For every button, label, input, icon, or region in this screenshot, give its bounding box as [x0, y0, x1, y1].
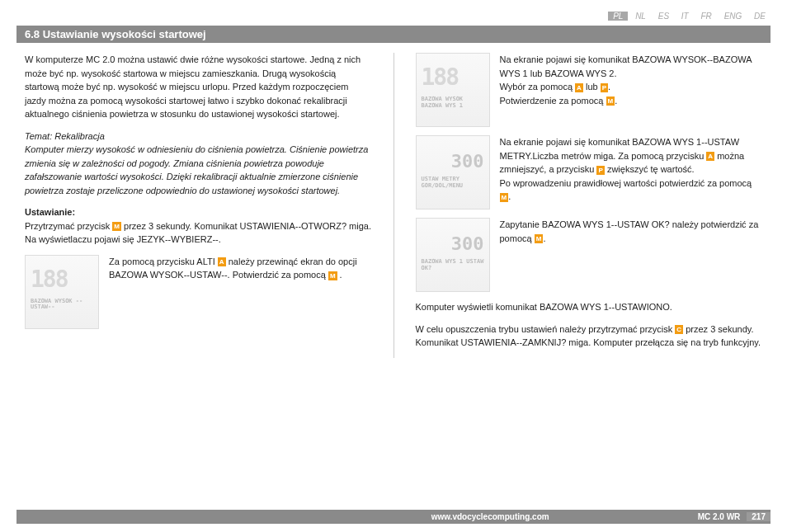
lang-pl[interactable]: PL	[608, 12, 628, 21]
intro-para: W komputerze MC 2.0 można ustawić dwie r…	[25, 53, 372, 121]
r1a: Na ekranie pojawi się komunikat BAZOWA W…	[500, 54, 752, 78]
r1c: lub	[583, 82, 601, 92]
a-button-icon: A	[575, 83, 583, 92]
step-row-r2: 300USTAW METRY GOR/DOL/MENU Na ekranie p…	[416, 135, 763, 210]
c-button-icon: C	[675, 325, 683, 334]
thumbr2-num: 300	[422, 148, 484, 175]
thumbr1-label: BAZOWA WYSOK BAZOWA WYS 1	[422, 97, 484, 109]
thumb1-label: BAZOWA WYSOK --USTAW--	[31, 299, 93, 311]
p-button-icon: P	[596, 166, 604, 175]
t4a: Za pomocą przycisku ALTI	[109, 257, 218, 266]
lang-es[interactable]: ES	[653, 12, 674, 21]
recal-para: Temat: Rekalibracja Komputer mierzy wyso…	[25, 129, 372, 198]
screen-thumb-1: 188BAZOWA WYSOK --USTAW--	[25, 255, 99, 329]
language-selector: PL NL ES IT FR ENG DE	[16, 8, 771, 24]
p5a: W celu opuszczenia trybu ustawień należy…	[416, 324, 676, 334]
right-column: 188BAZOWA WYSOK BAZOWA WYS 1 Na ekranie …	[416, 53, 763, 358]
m-button-icon: M	[328, 271, 337, 280]
m-button-icon: M	[535, 234, 544, 243]
content-columns: W komputerze MC 2.0 można ustawić dwie r…	[16, 43, 771, 358]
m-button-icon: M	[500, 193, 509, 202]
lang-de[interactable]: DE	[749, 12, 771, 21]
p-button-icon: P	[601, 83, 608, 92]
r1b: Wybór za pomocą	[500, 82, 576, 92]
recal-body: Komputer mierzy wysokość w odniesieniu d…	[25, 144, 368, 195]
r3b: .	[543, 233, 545, 243]
m-button-icon: M	[606, 97, 615, 106]
step-text-r1: Na ekranie pojawi się komunikat BAZOWA W…	[500, 53, 763, 107]
screen-thumb-r3: 300BAZOWA WYS 1 USTAW OK?	[416, 218, 490, 292]
setting-title: Ustawianie:	[25, 207, 75, 217]
step-row-r3: 300BAZOWA WYS 1 USTAW OK? Zapytanie BAZO…	[416, 218, 763, 292]
thumbr3-label: BAZOWA WYS 1 USTAW OK?	[422, 259, 484, 271]
exit-para: W celu opuszczenia trybu ustawień należy…	[416, 322, 763, 350]
step-row-r1: 188BAZOWA WYSOK BAZOWA WYS 1 Na ekranie …	[416, 53, 763, 127]
setting-para: Ustawianie: Przytrzymać przycisk M przez…	[25, 205, 372, 247]
a-button-icon: A	[218, 257, 226, 266]
t4c: .	[337, 270, 342, 280]
recal-title: Temat: Rekalibracja	[25, 131, 105, 141]
lang-eng[interactable]: ENG	[719, 12, 747, 21]
a-button-icon: A	[706, 152, 714, 161]
footer-url: www.vdocyclecomputing.com	[16, 512, 698, 521]
left-column: W komputerze MC 2.0 można ustawić dwie r…	[25, 53, 372, 358]
manual-page: PL NL ES IT FR ENG DE 6.8 Ustawianie wys…	[0, 0, 787, 532]
confirm-para: Komputer wyświetli komunikat BAZOWA WYS …	[416, 300, 763, 314]
lang-nl[interactable]: NL	[630, 12, 651, 21]
step-text-1: Za pomocą przycisku ALTI A należy przewi…	[109, 255, 372, 282]
step-text-r2: Na ekranie pojawi się komunikat BAZOWA W…	[500, 135, 763, 204]
step-row-1: 188BAZOWA WYSOK --USTAW-- Za pomocą przy…	[25, 255, 372, 329]
setting-a: Przytrzymać przycisk	[25, 221, 112, 231]
thumbr2-label: USTAW METRY GOR/DOL/MENU	[422, 177, 484, 189]
footer-pagenum: 217	[747, 512, 771, 521]
page-footer: www.vdocyclecomputing.com MC 2.0 WR 217	[16, 510, 771, 524]
r2d: Po wprowadzeniu prawidłowej wartości pot…	[500, 178, 752, 188]
r2a: Na ekranie pojawi się komunikat BAZOWA W…	[500, 137, 740, 161]
m-button-icon: M	[112, 222, 121, 231]
footer-model: MC 2.0 WR	[698, 512, 747, 521]
lang-it[interactable]: IT	[676, 12, 694, 21]
lang-fr[interactable]: FR	[696, 12, 717, 21]
r2e: .	[508, 191, 511, 201]
screen-thumb-r1: 188BAZOWA WYSOK BAZOWA WYS 1	[416, 53, 490, 127]
r1d: .	[608, 82, 610, 92]
section-header: 6.8 Ustawianie wysokości startowej	[16, 26, 771, 43]
r1f: .	[615, 96, 617, 106]
step-text-r3: Zapytanie BAZOWA WYS 1--USTAW OK? należy…	[500, 218, 763, 245]
screen-thumb-r2: 300USTAW METRY GOR/DOL/MENU	[416, 135, 490, 210]
thumbr3-num: 300	[422, 230, 484, 257]
r1e: Potwierdzenie za pomocą	[500, 96, 606, 106]
column-divider	[394, 53, 394, 358]
r2c: zwiększyć tę wartość.	[605, 164, 695, 174]
